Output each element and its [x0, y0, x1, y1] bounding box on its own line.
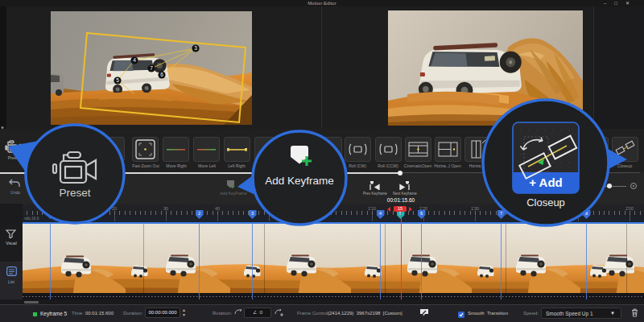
svg-text:+ Add: + Add — [529, 175, 563, 189]
svg-text:Add Keyframe: Add Keyframe — [265, 175, 334, 187]
svg-text:4: 4 — [133, 57, 136, 63]
svg-text:6: 6 — [160, 72, 163, 77]
svg-text:Preset: Preset — [59, 187, 90, 199]
svg-text:3: 3 — [194, 45, 197, 51]
svg-text:7: 7 — [150, 65, 153, 71]
svg-text:Closeup: Closeup — [526, 196, 565, 208]
svg-text:5: 5 — [116, 77, 119, 83]
